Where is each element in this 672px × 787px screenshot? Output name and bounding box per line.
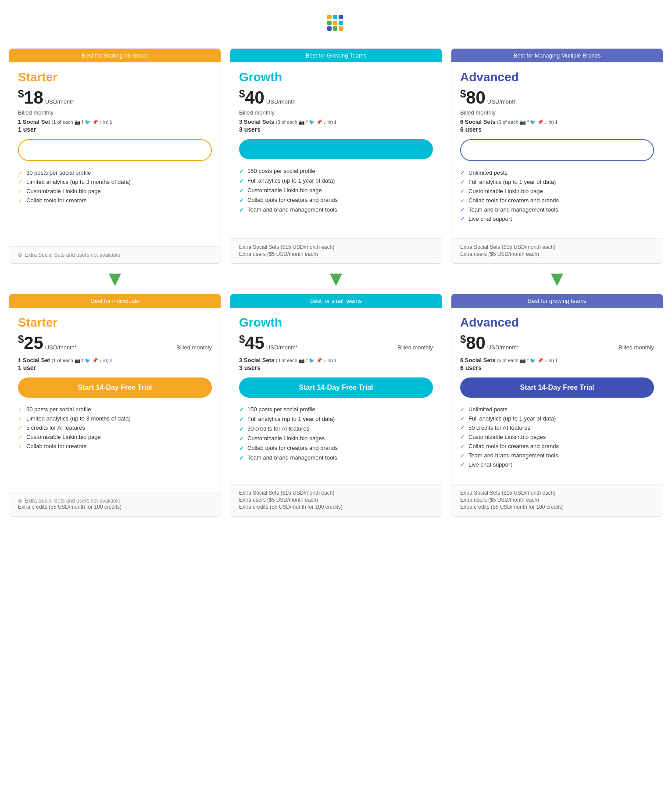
cta-button-bottom-1[interactable]: Start 14-Day Free Trial <box>239 377 433 398</box>
feature-text-top-0-3: Collab tools for creators <box>26 197 86 204</box>
price-billing-row-2: $80 USD/month* Billed monthly <box>460 333 654 355</box>
feature-text-bottom-1-5: Team and brand management tools <box>247 454 337 461</box>
logo-dot-1 <box>327 15 332 19</box>
price-dollar-0: $18 <box>18 88 43 108</box>
feature-item-bottom-0-0: ✓ 30 posts per social profile <box>18 405 212 414</box>
feature-text-top-2-3: Collab tools for creators and brands <box>468 197 559 204</box>
feature-text-bottom-0-3: Customizable Linkin.bio page <box>26 434 101 440</box>
check-icon-bottom-0-0: ✓ <box>18 406 23 413</box>
feature-text-bottom-0-1: Limited analytics (up to 3 months of dat… <box>26 415 131 422</box>
feature-text-bottom-1-2: 30 credits for AI features <box>247 425 309 432</box>
price-dollar-1: $40 <box>239 88 265 108</box>
feature-item-top-1-3: ✓ Collab tools for creators and brands <box>239 195 433 205</box>
cta-button-bottom-2[interactable]: Start 14-Day Free Trial <box>460 377 654 398</box>
feature-text-top-2-4: Team and brand management tools <box>468 206 558 213</box>
price-dollar-2: $80 <box>460 88 486 108</box>
feature-text-top-1-3: Collab tools for creators and brands <box>247 197 338 203</box>
bottom-footer-unavail-0: ⊘ Extra Social Sets and users not availa… <box>18 498 212 504</box>
card-footer-top-0: ⊘ Extra Social Sets and users not availa… <box>9 246 221 263</box>
feature-text-bottom-2-3: Customizable Linkin.bio pages <box>468 434 546 440</box>
check-icon-bottom-2-1: ✓ <box>460 415 465 422</box>
card-badge-0: Best for Starting on Social <box>9 49 221 62</box>
price-billing-row-1: $45 USD/month* Billed monthly <box>239 333 433 355</box>
bottom-price-dollar-1: $45 <box>239 333 265 353</box>
check-icon-top-0-3: ✓ <box>18 197 23 204</box>
bottom-card-body-1: Growth $45 USD/month* Billed monthly 3 S… <box>230 308 442 484</box>
feature-text-bottom-0-0: 30 posts per social profile <box>26 406 91 413</box>
bottom-price-unit-0: USD/month* <box>45 344 77 351</box>
card-body-1: Growth $40 USD/month Billed monthly 3 So… <box>230 62 442 238</box>
check-icon-top-2-2: ✓ <box>460 188 465 194</box>
bottom-price-dollar-0: $25 <box>18 333 43 353</box>
feature-item-bottom-1-3: ✓ Customizable Linkin.bio pages <box>239 434 433 443</box>
top-pricing-row: Best for Starting on Social Starter $18 … <box>9 48 663 264</box>
logo-grid <box>327 15 343 31</box>
social-sets-1: 3 Social Sets (3 of each 📷 f 🐦 📌 ♪ in) ℹ <box>239 119 433 125</box>
bottom-social-sets-1: 3 Social Sets (3 of each 📷 f 🐦 📌 ♪ in) ℹ <box>239 357 433 363</box>
plan-name-0: Starter <box>18 70 212 84</box>
logo <box>327 15 345 31</box>
check-icon-top-1-3: ✓ <box>239 197 244 204</box>
cta-button-top-2[interactable] <box>460 139 654 161</box>
feature-text-bottom-2-2: 50 credits for AI features <box>468 424 530 431</box>
logo-dot-8 <box>333 26 337 31</box>
bottom-unavail-text-0: Extra Social Sets and users not availabl… <box>25 498 120 504</box>
check-icon-bottom-2-4: ✓ <box>460 443 465 449</box>
feature-item-top-1-0: ✓ 150 posts per social profile <box>239 166 433 176</box>
feature-item-top-1-2: ✓ Customizable Linkin.bio page <box>239 186 433 195</box>
footer-unavail-0: ⊘ Extra Social Sets and users not availa… <box>18 252 212 258</box>
check-icon-top-2-4: ✓ <box>460 206 465 213</box>
card-badge-1: Best for Growing Teams <box>230 49 442 62</box>
check-icon-top-1-0: ✓ <box>239 168 244 175</box>
check-icon-bottom-1-2: ✓ <box>239 426 244 432</box>
social-sets-2: 6 Social Sets (6 of each 📷 f 🐦 📌 ♪ in) ℹ <box>460 119 654 125</box>
feature-text-bottom-2-1: Full analytics (up to 1 year of data) <box>468 415 556 422</box>
plan-price-2: $80 USD/month <box>460 88 654 108</box>
feature-text-bottom-2-5: Team and brand management tools <box>468 452 558 459</box>
feature-item-top-2-1: ✓ Full analytics (up to 1 year of data) <box>460 177 654 187</box>
check-icon-top-1-1: ✓ <box>239 178 244 184</box>
feature-item-top-1-4: ✓ Team and brand management tools <box>239 205 433 215</box>
feature-item-bottom-2-6: ✓ Live chat support <box>460 460 654 469</box>
feature-text-top-2-0: Unlimited posts <box>468 169 508 176</box>
bottom-card-footer-2: Extra Social Sets ($15 USD/month each)Ex… <box>451 484 663 516</box>
cta-button-top-0[interactable] <box>18 139 212 161</box>
logo-dot-4 <box>327 21 332 25</box>
feature-item-top-0-2: ✓ Customizable Linkin.bio page <box>18 187 212 196</box>
check-icon-bottom-2-3: ✓ <box>460 434 465 440</box>
bottom-badge-0: Best for individuals <box>9 294 221 308</box>
feature-text-bottom-1-0: 150 posts per social profile <box>247 406 315 413</box>
users-line-2: 6 users <box>460 126 654 133</box>
features-list-top-0: ✓ 30 posts per social profile ✓ Limited … <box>18 168 212 231</box>
feature-item-bottom-2-1: ✓ Full analytics (up to 1 year of data) <box>460 414 654 423</box>
feature-item-bottom-1-4: ✓ Collab tools for creators and brands <box>239 443 433 453</box>
bottom-plan-name-2: Advanced <box>460 316 654 330</box>
feature-item-bottom-0-3: ✓ Customizable Linkin.bio page <box>18 432 212 442</box>
cta-button-bottom-0[interactable]: Start 14-Day Free Trial <box>18 377 212 398</box>
features-list-bottom-1: ✓ 150 posts per social profile ✓ Full an… <box>239 405 433 469</box>
check-icon-top-0-0: ✓ <box>18 169 23 176</box>
cta-button-top-1[interactable] <box>239 139 433 159</box>
bottom-plan-price-1: $45 USD/month* <box>239 333 298 353</box>
feature-text-top-0-0: 30 posts per social profile <box>26 169 91 176</box>
logo-dot-6 <box>339 21 343 25</box>
users-line-0: 1 user <box>18 126 212 133</box>
plan-name-1: Growth <box>239 70 433 84</box>
price-unit-0: USD/month <box>45 98 75 105</box>
feature-item-bottom-2-0: ✓ Unlimited posts <box>460 405 654 414</box>
feature-item-top-0-0: ✓ 30 posts per social profile <box>18 168 212 177</box>
feature-item-bottom-2-5: ✓ Team and brand management tools <box>460 451 654 460</box>
check-icon-top-2-0: ✓ <box>460 169 465 176</box>
arrow-3: ▼ <box>547 268 568 289</box>
logo-area <box>9 13 663 31</box>
bottom-badge-1: Best for small teams <box>230 294 442 308</box>
feature-item-top-0-1: ✓ Limited analytics (up to 3 months of d… <box>18 177 212 187</box>
card-body-0: Starter $18 USD/month Billed monthly 1 S… <box>9 62 221 246</box>
bottom-card-footer-1: Extra Social Sets ($15 USD/month each)Ex… <box>230 484 442 516</box>
check-icon-bottom-0-3: ✓ <box>18 434 23 440</box>
bottom-card-1: Best for small teams Growth $45 USD/mont… <box>230 294 442 516</box>
bottom-footer-credits-0: Extra credits ($5 USD/month for 100 cred… <box>18 504 212 510</box>
feature-item-bottom-2-4: ✓ Collab tools for creators and brands <box>460 442 654 451</box>
bottom-billed-info-2: Billed monthly <box>618 344 654 351</box>
card-badge-2: Best for Managing Multiple Brands <box>451 49 663 62</box>
